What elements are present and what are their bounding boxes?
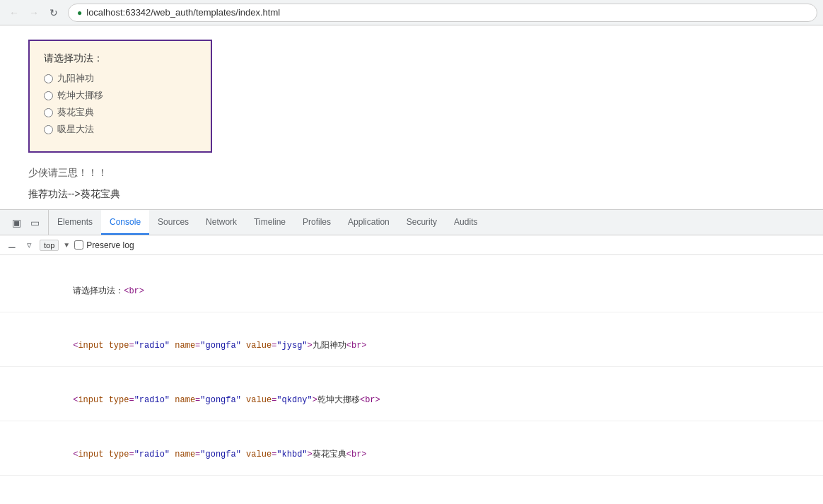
address-bar[interactable]: ● localhost:63342/web_auth/templates/ind… (68, 4, 817, 22)
radio-qkdny[interactable] (44, 91, 53, 100)
tab-security[interactable]: Security (398, 210, 445, 235)
radio-option-1[interactable]: 九阳神功 (44, 72, 197, 85)
radio-option-4[interactable]: 吸星大法 (44, 123, 197, 136)
reload-button[interactable]: ↻ (45, 4, 62, 21)
top-chevron-icon[interactable]: ▼ (63, 241, 70, 249)
tab-network[interactable]: Network (197, 210, 245, 235)
form-title: 请选择功法： (44, 52, 197, 65)
browser-toolbar: ← → ↻ ● localhost:63342/web_auth/templat… (0, 0, 823, 25)
radio-label-2: 乾坤大挪移 (57, 89, 103, 102)
console-output[interactable]: 请选择功法：<br> <input type="radio" name="gon… (0, 255, 823, 504)
tab-application[interactable]: Application (339, 210, 398, 235)
preserve-log-text: Preserve log (86, 240, 134, 250)
radio-label-4: 吸星大法 (57, 123, 94, 136)
text-content: <input type="radio" name="gongfa" value=… (73, 341, 366, 351)
secure-icon: ● (77, 8, 82, 18)
tab-console[interactable]: Console (101, 210, 149, 235)
console-line: <input type="radio" name="gongfa" value=… (0, 367, 823, 421)
filter-icon[interactable]: ▿ (23, 239, 35, 252)
console-line: <input type="radio" name="gongfa" value=… (0, 312, 823, 367)
radio-option-3[interactable]: 葵花宝典 (44, 106, 197, 119)
preserve-log-label[interactable]: Preserve log (74, 240, 134, 250)
radio-xxdf[interactable] (44, 125, 53, 134)
forward-button[interactable]: → (25, 4, 42, 21)
top-badge[interactable]: top (40, 240, 59, 251)
page-content: 请选择功法： 九阳神功 乾坤大挪移 葵花宝典 吸星大法 少侠请三思！！！ 推荐功… (0, 25, 823, 209)
devtools-tab-icons: ▣ ▭ (3, 210, 49, 235)
tab-sources[interactable]: Sources (149, 210, 197, 235)
dock-icon[interactable]: ▣ (8, 215, 24, 230)
url-text: localhost:63342/web_auth/templates/index… (86, 7, 280, 18)
tab-elements[interactable]: Elements (49, 210, 101, 235)
radio-option-2[interactable]: 乾坤大挪移 (44, 89, 197, 102)
tab-timeline[interactable]: Timeline (245, 210, 294, 235)
text-content: 请选择功法：<br> (73, 286, 144, 296)
radio-khbd[interactable] (44, 108, 53, 117)
console-toolbar: ⚊ ▿ top ▼ Preserve log (0, 235, 823, 255)
radio-label-3: 葵花宝典 (57, 106, 94, 119)
form-box: 请选择功法： 九阳神功 乾坤大挪移 葵花宝典 吸星大法 (28, 40, 212, 153)
console-line: 请选择功法：<br> (0, 258, 823, 312)
text-content: <input type="radio" name="gongfa" value=… (73, 450, 366, 459)
think-text: 少侠请三思！！！ (28, 167, 795, 180)
radio-label-1: 九阳神功 (57, 72, 94, 85)
back-button[interactable]: ← (6, 4, 23, 21)
clear-console-button[interactable]: ⚊ (6, 239, 18, 252)
devtools-tabs: ▣ ▭ Elements Console Sources Network Tim… (0, 210, 823, 235)
devtools-panel: ▣ ▭ Elements Console Sources Network Tim… (0, 209, 823, 504)
tab-audits[interactable]: Audits (445, 210, 486, 235)
nav-buttons: ← → ↻ (6, 4, 62, 21)
recommend-text: 推荐功法-->葵花宝典 (28, 188, 795, 201)
expand-icon[interactable]: ▭ (27, 215, 42, 230)
console-line: <input type="radio" name="gongfa" value=… (0, 421, 823, 476)
console-line: <input type="radio" name="gongfa" value=… (0, 476, 823, 504)
text-content: <input type="radio" name="gongfa" value=… (73, 395, 380, 405)
radio-jysg[interactable] (44, 74, 53, 83)
preserve-log-checkbox[interactable] (74, 240, 83, 250)
tab-profiles[interactable]: Profiles (294, 210, 339, 235)
